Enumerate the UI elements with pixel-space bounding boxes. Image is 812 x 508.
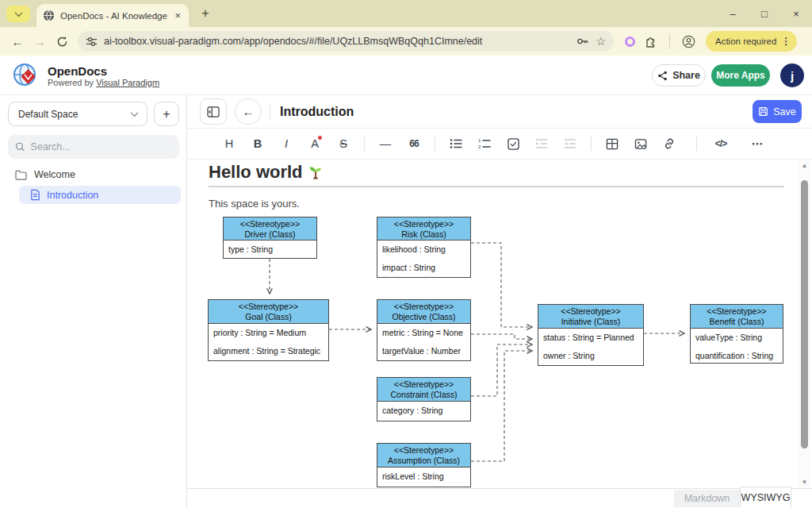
horizontal-rule-icon[interactable]: — — [377, 134, 393, 153]
vertical-scrollbar[interactable]: ▲ ▼ — [799, 160, 810, 488]
extensions-puzzle-icon[interactable] — [640, 30, 662, 52]
italic-icon[interactable]: I — [278, 134, 294, 153]
tab-close-icon[interactable]: × — [173, 10, 182, 21]
back-button[interactable]: ← — [235, 98, 262, 125]
save-icon — [758, 106, 768, 117]
strikethrough-icon[interactable]: S — [335, 134, 351, 153]
tab-title: OpenDocs - AI Knowledge Base — [60, 11, 167, 21]
class-constraint: <<Stereotype>>Constraint (Class) categor… — [377, 377, 471, 421]
toolbar-separator — [696, 137, 697, 151]
tab-search-button[interactable] — [6, 6, 30, 22]
more-apps-button[interactable]: More Apps — [711, 64, 770, 87]
new-tab-button[interactable]: + — [197, 6, 214, 21]
mode-wysiwyg-button[interactable]: WYSIWYG — [740, 487, 791, 507]
toolbar-separator — [591, 137, 592, 151]
save-button[interactable]: Save — [753, 100, 802, 123]
action-required-label: Action required — [715, 37, 776, 46]
class-goal: <<Stereotype>>Goal (Class) priority : St… — [208, 299, 329, 361]
window-close-button[interactable]: × — [780, 0, 812, 27]
share-button[interactable]: Share — [652, 64, 706, 87]
scroll-up-icon[interactable]: ▲ — [799, 162, 810, 169]
class-risk: <<Stereotype>>Risk (Class) likelihood : … — [377, 217, 471, 278]
browser-toolbar: ← → ai-toolbox.visual-paradigm.com/app/o… — [0, 27, 812, 56]
editor-footer: Markdown WYSIWYG — [187, 488, 812, 508]
sidebar-tree: Welcome Introduction — [0, 165, 187, 204]
image-icon[interactable] — [633, 134, 649, 153]
extension-ring-icon[interactable] — [625, 37, 635, 47]
url-text[interactable]: ai-toolbox.visual-paradigm.com/app/opend… — [104, 36, 570, 47]
scroll-down-icon[interactable]: ▼ — [799, 479, 810, 486]
more-options-icon[interactable]: ⋯ — [749, 134, 765, 153]
save-label: Save — [773, 106, 796, 117]
reload-arc-icon — [56, 36, 68, 48]
toolbar-separator — [435, 137, 435, 151]
window-maximize-button[interactable]: □ — [749, 0, 780, 27]
link-icon[interactable] — [661, 134, 677, 153]
chevron-down-icon — [14, 9, 22, 17]
browser-tab[interactable]: OpenDocs - AI Knowledge Base × — [36, 4, 189, 27]
avatar[interactable]: j — [780, 64, 804, 87]
url-bar[interactable]: ai-toolbox.visual-paradigm.com/app/opend… — [78, 31, 614, 52]
brand: OpenDocs Powered by Visual Paradigm — [11, 61, 159, 90]
powered-by: Powered by Visual Paradigm — [48, 78, 159, 87]
share-icon — [657, 71, 668, 81]
search-box[interactable] — [8, 135, 179, 159]
uml-class-diagram[interactable]: <<Stereotype>>Driver (Class) type : Stri… — [188, 160, 798, 488]
toggle-sidebar-button[interactable] — [200, 98, 227, 125]
forward-icon[interactable]: → — [29, 30, 51, 52]
search-icon — [15, 141, 25, 152]
connector-assumption-initiative — [471, 351, 532, 461]
folder-label: Welcome — [34, 169, 75, 180]
scrollbar-thumb[interactable] — [801, 180, 808, 448]
bold-icon[interactable]: B — [250, 134, 266, 153]
connector-objective-initiative — [471, 334, 532, 339]
window-minimize-button[interactable]: – — [717, 0, 749, 27]
connector-risk-initiative — [471, 243, 532, 327]
globe-favicon-icon — [43, 10, 55, 21]
blockquote-icon[interactable]: 66 — [406, 134, 422, 153]
bullet-list-icon[interactable] — [448, 134, 464, 153]
document-icon — [30, 189, 40, 201]
chevron-down-icon — [131, 109, 139, 117]
add-space-button[interactable]: + — [154, 102, 179, 126]
bookmark-star-icon[interactable]: ☆ — [596, 35, 606, 48]
back-icon[interactable]: ← — [6, 30, 29, 52]
task-list-icon[interactable] — [505, 134, 521, 153]
red-dot — [318, 136, 322, 140]
password-key-icon[interactable] — [576, 35, 589, 48]
table-icon[interactable] — [604, 134, 620, 153]
svg-text:1: 1 — [478, 138, 481, 143]
code-icon[interactable]: </> — [710, 134, 732, 153]
folder-icon — [15, 170, 27, 180]
main-panel: ← Introduction Save H B I A S — 66 12 — [187, 95, 812, 508]
action-required-button[interactable]: Action required ⋮ — [706, 31, 797, 52]
editor-toolbar: H B I A S — 66 12 — [187, 129, 812, 160]
page-title: Introduction — [280, 105, 354, 119]
doc-header: ← Introduction Save — [187, 95, 812, 129]
heading-icon[interactable]: H — [221, 134, 237, 153]
text-color-icon[interactable]: A — [307, 134, 323, 153]
profile-icon[interactable] — [677, 30, 699, 52]
visual-paradigm-link[interactable]: Visual Paradigm — [96, 78, 159, 87]
indent-icon[interactable] — [534, 134, 550, 153]
document-area[interactable]: Hello world This space is yours. — [188, 160, 798, 488]
class-initiative: <<Stereotype>>Initiative (Class) status … — [538, 304, 644, 366]
search-input[interactable] — [31, 141, 172, 152]
outdent-icon[interactable] — [562, 134, 578, 153]
space-selector[interactable]: Default Space — [8, 102, 147, 126]
header-divider — [270, 104, 270, 120]
numbered-list-icon[interactable]: 12 — [477, 134, 492, 153]
panel-left-icon — [207, 106, 220, 117]
class-objective: <<Stereotype>>Objective (Class) metric :… — [377, 299, 471, 361]
space-selector-value: Default Space — [18, 109, 132, 120]
reload-icon[interactable] — [51, 30, 73, 52]
app-header: OpenDocs Powered by Visual Paradigm Shar… — [0, 56, 812, 95]
sidebar-item-welcome[interactable]: Welcome — [0, 165, 187, 184]
browser-menu-icon[interactable]: ⋮ — [781, 36, 791, 47]
site-settings-icon[interactable] — [86, 36, 98, 48]
share-label: Share — [672, 70, 700, 81]
sidebar-item-introduction[interactable]: Introduction — [19, 186, 181, 204]
app-name: OpenDocs — [48, 64, 159, 78]
mode-markdown-button[interactable]: Markdown — [674, 490, 740, 507]
tree-item-label: Introduction — [47, 190, 98, 201]
